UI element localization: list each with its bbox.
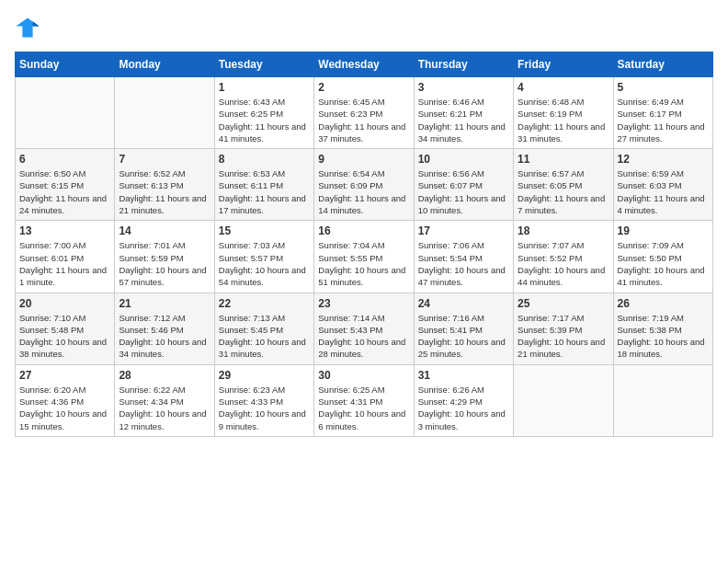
calendar-cell: 5Sunrise: 6:49 AM Sunset: 6:17 PM Daylig… (613, 77, 712, 149)
day-info: Sunrise: 6:22 AM Sunset: 4:34 PM Dayligh… (119, 384, 210, 432)
day-number: 11 (518, 153, 609, 166)
calendar-cell: 2Sunrise: 6:45 AM Sunset: 6:23 PM Daylig… (314, 77, 414, 149)
day-info: Sunrise: 7:10 AM Sunset: 5:48 PM Dayligh… (19, 312, 110, 361)
calendar-cell: 11Sunrise: 6:57 AM Sunset: 6:05 PM Dayli… (514, 149, 613, 221)
weekday-header-thursday: Thursday (414, 52, 513, 77)
svg-marker-0 (16, 18, 39, 38)
calendar-cell: 10Sunrise: 6:56 AM Sunset: 6:07 PM Dayli… (414, 149, 513, 221)
day-info: Sunrise: 6:23 AM Sunset: 4:33 PM Dayligh… (219, 384, 310, 432)
day-info: Sunrise: 7:17 AM Sunset: 5:39 PM Dayligh… (518, 312, 609, 361)
calendar-cell: 25Sunrise: 7:17 AM Sunset: 5:39 PM Dayli… (514, 293, 613, 364)
calendar-cell (514, 364, 613, 436)
calendar-week-4: 20Sunrise: 7:10 AM Sunset: 5:48 PM Dayli… (16, 293, 713, 364)
calendar-cell (16, 77, 115, 149)
day-info: Sunrise: 6:26 AM Sunset: 4:29 PM Dayligh… (418, 384, 509, 432)
day-info: Sunrise: 6:43 AM Sunset: 6:25 PM Dayligh… (219, 96, 310, 144)
day-info: Sunrise: 7:19 AM Sunset: 5:38 PM Dayligh… (618, 312, 709, 361)
day-info: Sunrise: 6:50 AM Sunset: 6:15 PM Dayligh… (19, 167, 110, 216)
day-number: 15 (219, 224, 310, 237)
weekday-header-friday: Friday (514, 52, 613, 77)
day-info: Sunrise: 7:07 AM Sunset: 5:52 PM Dayligh… (518, 239, 609, 288)
day-info: Sunrise: 6:53 AM Sunset: 6:11 PM Dayligh… (219, 167, 310, 216)
day-number: 20 (19, 297, 110, 310)
calendar-cell: 22Sunrise: 7:13 AM Sunset: 5:45 PM Dayli… (214, 293, 313, 364)
day-info: Sunrise: 6:57 AM Sunset: 6:05 PM Dayligh… (518, 167, 609, 216)
calendar-cell: 18Sunrise: 7:07 AM Sunset: 5:52 PM Dayli… (514, 221, 613, 293)
day-number: 17 (418, 224, 509, 237)
day-info: Sunrise: 6:20 AM Sunset: 4:36 PM Dayligh… (19, 384, 110, 432)
day-info: Sunrise: 7:00 AM Sunset: 6:01 PM Dayligh… (19, 239, 110, 288)
weekday-header-tuesday: Tuesday (214, 52, 313, 77)
day-info: Sunrise: 6:49 AM Sunset: 6:17 PM Dayligh… (618, 96, 709, 144)
calendar-cell: 24Sunrise: 7:16 AM Sunset: 5:41 PM Dayli… (414, 293, 513, 364)
day-number: 24 (418, 297, 509, 310)
day-number: 26 (618, 297, 709, 310)
calendar-cell: 27Sunrise: 6:20 AM Sunset: 4:36 PM Dayli… (16, 364, 115, 436)
calendar-cell: 19Sunrise: 7:09 AM Sunset: 5:50 PM Dayli… (613, 221, 712, 293)
day-number: 27 (19, 369, 110, 382)
calendar-week-3: 13Sunrise: 7:00 AM Sunset: 6:01 PM Dayli… (16, 221, 713, 293)
day-info: Sunrise: 7:09 AM Sunset: 5:50 PM Dayligh… (618, 239, 709, 288)
calendar-cell: 9Sunrise: 6:54 AM Sunset: 6:09 PM Daylig… (314, 149, 414, 221)
day-number: 5 (618, 81, 709, 94)
weekday-header-wednesday: Wednesday (314, 52, 414, 77)
day-number: 25 (518, 297, 609, 310)
day-number: 2 (318, 81, 409, 94)
weekday-header-monday: Monday (115, 52, 214, 77)
calendar-cell: 23Sunrise: 7:14 AM Sunset: 5:43 PM Dayli… (314, 293, 414, 364)
day-info: Sunrise: 7:13 AM Sunset: 5:45 PM Dayligh… (219, 312, 310, 361)
day-info: Sunrise: 6:25 AM Sunset: 4:31 PM Dayligh… (318, 384, 409, 432)
calendar-cell: 12Sunrise: 6:59 AM Sunset: 6:03 PM Dayli… (613, 149, 712, 221)
day-number: 7 (119, 153, 210, 166)
day-number: 30 (318, 369, 409, 382)
day-number: 19 (618, 224, 709, 237)
calendar-week-5: 27Sunrise: 6:20 AM Sunset: 4:36 PM Dayli… (16, 364, 713, 436)
calendar-cell: 30Sunrise: 6:25 AM Sunset: 4:31 PM Dayli… (314, 364, 414, 436)
day-info: Sunrise: 6:56 AM Sunset: 6:07 PM Dayligh… (418, 167, 509, 216)
day-number: 21 (119, 297, 210, 310)
day-info: Sunrise: 6:52 AM Sunset: 6:13 PM Dayligh… (119, 167, 210, 216)
calendar-cell: 28Sunrise: 6:22 AM Sunset: 4:34 PM Dayli… (115, 364, 214, 436)
day-info: Sunrise: 7:14 AM Sunset: 5:43 PM Dayligh… (318, 312, 409, 361)
day-number: 4 (518, 81, 609, 94)
calendar-cell: 17Sunrise: 7:06 AM Sunset: 5:54 PM Dayli… (414, 221, 513, 293)
calendar-cell: 6Sunrise: 6:50 AM Sunset: 6:15 PM Daylig… (16, 149, 115, 221)
day-number: 22 (219, 297, 310, 310)
day-number: 31 (418, 369, 509, 382)
calendar-cell: 21Sunrise: 7:12 AM Sunset: 5:46 PM Dayli… (115, 293, 214, 364)
calendar-cell: 14Sunrise: 7:01 AM Sunset: 5:59 PM Dayli… (115, 221, 214, 293)
day-number: 23 (318, 297, 409, 310)
calendar-cell: 26Sunrise: 7:19 AM Sunset: 5:38 PM Dayli… (613, 293, 712, 364)
day-info: Sunrise: 7:16 AM Sunset: 5:41 PM Dayligh… (418, 312, 509, 361)
calendar-cell: 7Sunrise: 6:52 AM Sunset: 6:13 PM Daylig… (115, 149, 214, 221)
calendar-cell: 8Sunrise: 6:53 AM Sunset: 6:11 PM Daylig… (214, 149, 313, 221)
day-info: Sunrise: 6:46 AM Sunset: 6:21 PM Dayligh… (418, 96, 509, 144)
calendar-cell (613, 364, 712, 436)
day-number: 28 (119, 369, 210, 382)
logo (15, 15, 44, 40)
day-info: Sunrise: 7:12 AM Sunset: 5:46 PM Dayligh… (119, 312, 210, 361)
day-info: Sunrise: 7:06 AM Sunset: 5:54 PM Dayligh… (418, 239, 509, 288)
day-info: Sunrise: 6:54 AM Sunset: 6:09 PM Dayligh… (318, 167, 409, 216)
calendar-week-2: 6Sunrise: 6:50 AM Sunset: 6:15 PM Daylig… (16, 149, 713, 221)
day-number: 9 (318, 153, 409, 166)
calendar-cell: 1Sunrise: 6:43 AM Sunset: 6:25 PM Daylig… (214, 77, 313, 149)
day-info: Sunrise: 6:48 AM Sunset: 6:19 PM Dayligh… (518, 96, 609, 144)
calendar-cell (115, 77, 214, 149)
page-header (15, 15, 713, 40)
calendar-table: SundayMondayTuesdayWednesdayThursdayFrid… (15, 52, 713, 437)
day-number: 8 (219, 153, 310, 166)
day-number: 6 (19, 153, 110, 166)
day-number: 13 (19, 224, 110, 237)
calendar-cell: 31Sunrise: 6:26 AM Sunset: 4:29 PM Dayli… (414, 364, 513, 436)
calendar-cell: 13Sunrise: 7:00 AM Sunset: 6:01 PM Dayli… (16, 221, 115, 293)
weekday-header-sunday: Sunday (16, 52, 115, 77)
logo-icon (15, 15, 40, 40)
svg-marker-1 (33, 21, 40, 27)
day-number: 1 (219, 81, 310, 94)
day-number: 12 (618, 153, 709, 166)
calendar-cell: 15Sunrise: 7:03 AM Sunset: 5:57 PM Dayli… (214, 221, 313, 293)
calendar-cell: 4Sunrise: 6:48 AM Sunset: 6:19 PM Daylig… (514, 77, 613, 149)
day-info: Sunrise: 7:04 AM Sunset: 5:55 PM Dayligh… (318, 239, 409, 288)
calendar-cell: 20Sunrise: 7:10 AM Sunset: 5:48 PM Dayli… (16, 293, 115, 364)
